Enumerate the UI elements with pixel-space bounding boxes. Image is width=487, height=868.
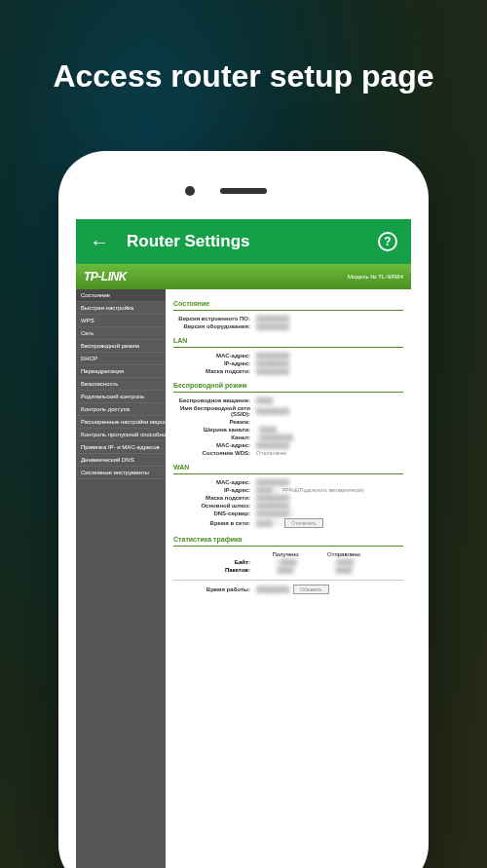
field-row: Версия встроенного ПО:████████	[173, 315, 403, 322]
field-row: MAC-адрес:████████	[173, 478, 403, 486]
field-row: Беспроводное вещание:████	[173, 396, 403, 404]
field-value: ████████Обновить	[256, 585, 403, 594]
field-row: Состояние WDS:Отключено	[173, 449, 403, 457]
router-model: Модель № TL-WR84	[348, 274, 403, 280]
field-label: Беспроводное вещание:	[173, 397, 256, 403]
field-value: ████████	[256, 353, 403, 359]
field-row: DNS-сервер:████████.4	[173, 509, 403, 517]
field-label: Канал:	[173, 434, 256, 440]
field-label: Состояние WDS:	[173, 450, 256, 456]
disconnect-button[interactable]: Отключить	[284, 518, 322, 528]
field-value: ████████	[256, 503, 403, 509]
field-value: ████████	[256, 323, 403, 329]
field-value: ████████	[256, 495, 403, 501]
stats-label	[173, 551, 256, 557]
sidebar-item[interactable]: Беспроводной режим	[76, 340, 166, 353]
sidebar-item[interactable]: Системные инструменты	[76, 467, 166, 479]
stats-row: Пакетов:████████	[173, 566, 403, 574]
app-bar-title: Router Settings	[127, 232, 378, 251]
field-value: ████████.4	[256, 510, 403, 516]
field-row: MAC-адрес:████████	[173, 352, 403, 359]
field-label: DNS-сервер:	[173, 510, 256, 516]
field-row: Режим:	[173, 418, 403, 426]
router-header: TP-LINK Модель № TL-WR84	[76, 264, 411, 289]
field-label: MAC-адрес:	[173, 442, 256, 448]
field-label: Имя беспроводной сети (SSID):	[173, 405, 256, 417]
back-arrow-icon[interactable]: ←	[90, 231, 109, 253]
field-row: Время в сети:████.39Отключить	[173, 517, 403, 529]
sidebar-item[interactable]: Контроль доступа	[76, 403, 166, 416]
phone-screen: ← Router Settings ? TP-LINK Модель № TL-…	[76, 219, 411, 868]
sidebar-item[interactable]: Быстрая настройка	[76, 302, 166, 315]
sidebar-item[interactable]: Родительский контроль	[76, 391, 166, 403]
phone-frame: ← Router Settings ? TP-LINK Модель № TL-…	[58, 151, 429, 868]
content-pane: Состояние Версия встроенного ПО:████████…	[166, 289, 411, 868]
sidebar-item[interactable]: DHCP	[76, 353, 166, 365]
stats-value: ████	[256, 567, 315, 573]
field-label: Время работы:	[173, 586, 256, 592]
field-row: Версия оборудования:████████	[173, 322, 403, 330]
sidebar-item[interactable]: Контроль пропускной способности	[76, 429, 166, 441]
hero-title: Access router setup page	[0, 0, 487, 124]
stats-label: Пакетов:	[173, 567, 256, 573]
field-value: ████████	[256, 442, 403, 448]
field-value: ████.39Отключить	[256, 518, 403, 528]
field-value: ████.47 PPPoE(Подключить автоматически)	[256, 487, 403, 493]
sidebar-item[interactable]: Динамический DNS	[76, 454, 166, 467]
field-row: Имя беспроводной сети (SSID):████████	[173, 404, 403, 418]
field-label: Время в сети:	[173, 520, 256, 526]
camera-dot	[185, 186, 195, 196]
field-label: Версия оборудования:	[173, 323, 256, 329]
section-wan: WAN	[173, 461, 403, 474]
field-row: IP-адрес:████.47 PPPoE(Подключить автома…	[173, 486, 403, 494]
sidebar-item[interactable]: Расширенные настройки маршрутизации	[76, 416, 166, 429]
field-label: Версия встроенного ПО:	[173, 316, 256, 321]
field-row: Канал:А████████	[173, 434, 403, 441]
field-value: ████████	[256, 479, 403, 485]
field-label: IP-адрес:	[173, 360, 256, 366]
help-icon[interactable]: ?	[378, 232, 397, 251]
sidebar-item[interactable]: WPS	[76, 315, 166, 327]
stats-value: 10████	[256, 559, 315, 565]
section-lan: LAN	[173, 334, 403, 348]
stats-value: ████	[315, 567, 373, 573]
field-row: Ширина канала:А████	[173, 426, 403, 434]
sidebar: СостояниеБыстрая настройкаWPSСетьБеспров…	[76, 289, 166, 868]
stats-header-row: ПолученоОтправлено	[173, 550, 403, 558]
field-label: Маска подсети:	[173, 495, 256, 501]
field-row: IP-адрес:████████	[173, 359, 403, 367]
sidebar-item[interactable]: Безопасность	[76, 378, 166, 391]
section-wifi: Беспроводной режим	[173, 379, 403, 393]
stats-col-sent: Отправлено	[315, 551, 373, 557]
sidebar-item[interactable]: Сеть	[76, 327, 166, 340]
sidebar-item[interactable]: Привязка IP- и MAC-адресов	[76, 441, 166, 454]
section-stats: Статистика трафика	[173, 533, 403, 547]
field-value: ████████	[256, 408, 403, 414]
sidebar-item[interactable]: Переадресация	[76, 365, 166, 378]
field-row: Основной шлюз:████████	[173, 502, 403, 509]
field-label: MAC-адрес:	[173, 479, 256, 485]
app-bar: ← Router Settings ?	[76, 219, 411, 264]
field-value: А████	[256, 427, 403, 433]
field-row: Маска подсети:████████	[173, 367, 403, 375]
field-row: MAC-адрес:████████	[173, 441, 403, 449]
refresh-button[interactable]: Обновить	[293, 585, 329, 594]
field-value: ████	[256, 397, 403, 403]
field-value: ████████	[256, 360, 403, 366]
stats-col-recv: Получено	[256, 551, 315, 557]
sidebar-item[interactable]: Состояние	[76, 289, 166, 302]
field-value: ████████	[256, 316, 403, 321]
field-value: А████████	[256, 434, 403, 440]
field-label: Режим:	[173, 419, 256, 425]
speaker-slot	[220, 188, 267, 194]
field-label: Основной шлюз:	[173, 503, 256, 509]
field-label: MAC-адрес:	[173, 353, 256, 359]
router-logo: TP-LINK	[84, 270, 127, 283]
field-row: Время работы:████████Обновить	[173, 584, 403, 595]
router-page: TP-LINK Модель № TL-WR84 СостояниеБыстра…	[76, 264, 411, 868]
stats-value: 2████	[315, 559, 373, 565]
field-value: Отключено	[256, 450, 403, 456]
stats-label: Байт:	[173, 559, 256, 565]
field-label: IP-адрес:	[173, 487, 256, 493]
field-label: Маска подсети:	[173, 368, 256, 374]
